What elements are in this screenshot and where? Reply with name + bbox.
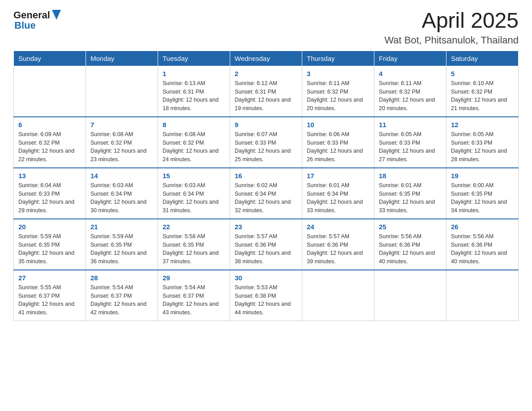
day-info: Sunrise: 6:10 AMSunset: 6:32 PMDaylight:… xyxy=(451,79,514,113)
page-header: General Blue April 2025 Wat Bot, Phitsan… xyxy=(13,9,519,46)
day-info: Sunrise: 6:01 AMSunset: 6:35 PMDaylight:… xyxy=(379,181,442,215)
day-info: Sunrise: 5:54 AMSunset: 6:37 PMDaylight:… xyxy=(163,283,225,317)
calendar-week-row: 6Sunrise: 6:09 AMSunset: 6:32 PMDaylight… xyxy=(14,117,519,168)
day-number: 10 xyxy=(307,121,369,128)
calendar-week-row: 1Sunrise: 6:13 AMSunset: 6:31 PMDaylight… xyxy=(14,66,519,117)
calendar-cell xyxy=(86,66,158,117)
day-number: 2 xyxy=(235,70,297,77)
calendar-cell: 3Sunrise: 6:11 AMSunset: 6:32 PMDaylight… xyxy=(302,66,374,117)
calendar-week-row: 27Sunrise: 5:55 AMSunset: 6:37 PMDayligh… xyxy=(14,270,519,321)
calendar-cell: 25Sunrise: 5:56 AMSunset: 6:36 PMDayligh… xyxy=(374,219,446,270)
calendar-week-row: 20Sunrise: 5:59 AMSunset: 6:35 PMDayligh… xyxy=(14,219,519,270)
day-info: Sunrise: 6:01 AMSunset: 6:34 PMDaylight:… xyxy=(307,181,369,215)
day-info: Sunrise: 6:08 AMSunset: 6:32 PMDaylight:… xyxy=(90,130,153,164)
day-info: Sunrise: 5:57 AMSunset: 6:36 PMDaylight:… xyxy=(235,232,297,266)
day-info: Sunrise: 6:04 AMSunset: 6:33 PMDaylight:… xyxy=(18,181,81,215)
day-info: Sunrise: 6:02 AMSunset: 6:34 PMDaylight:… xyxy=(235,181,297,215)
calendar-cell: 26Sunrise: 5:56 AMSunset: 6:36 PMDayligh… xyxy=(446,219,519,270)
day-info: Sunrise: 5:59 AMSunset: 6:35 PMDaylight:… xyxy=(90,232,153,266)
day-number: 4 xyxy=(379,70,442,77)
day-info: Sunrise: 5:53 AMSunset: 6:38 PMDaylight:… xyxy=(235,283,297,317)
calendar-cell: 5Sunrise: 6:10 AMSunset: 6:32 PMDaylight… xyxy=(446,66,519,117)
day-number: 28 xyxy=(90,274,153,282)
day-info: Sunrise: 6:13 AMSunset: 6:31 PMDaylight:… xyxy=(163,79,225,113)
calendar-week-row: 13Sunrise: 6:04 AMSunset: 6:33 PMDayligh… xyxy=(14,168,519,219)
day-info: Sunrise: 6:03 AMSunset: 6:34 PMDaylight:… xyxy=(163,181,225,215)
calendar-cell: 20Sunrise: 5:59 AMSunset: 6:35 PMDayligh… xyxy=(14,219,86,270)
day-number: 20 xyxy=(18,223,81,231)
day-number: 25 xyxy=(379,223,442,231)
month-year-title: April 2025 xyxy=(384,9,519,33)
calendar-cell: 14Sunrise: 6:03 AMSunset: 6:34 PMDayligh… xyxy=(86,168,158,219)
day-info: Sunrise: 6:07 AMSunset: 6:33 PMDaylight:… xyxy=(235,130,297,164)
day-number: 16 xyxy=(235,172,297,180)
calendar-cell: 19Sunrise: 6:00 AMSunset: 6:35 PMDayligh… xyxy=(446,168,519,219)
calendar-cell: 1Sunrise: 6:13 AMSunset: 6:31 PMDaylight… xyxy=(158,66,230,117)
day-number: 13 xyxy=(18,172,81,180)
calendar-cell: 27Sunrise: 5:55 AMSunset: 6:37 PMDayligh… xyxy=(14,270,86,321)
calendar-cell xyxy=(374,270,446,321)
day-number: 17 xyxy=(307,172,369,180)
calendar-cell: 18Sunrise: 6:01 AMSunset: 6:35 PMDayligh… xyxy=(374,168,446,219)
calendar-cell: 9Sunrise: 6:07 AMSunset: 6:33 PMDaylight… xyxy=(230,117,302,168)
day-info: Sunrise: 6:11 AMSunset: 6:32 PMDaylight:… xyxy=(379,79,442,113)
calendar-cell: 28Sunrise: 5:54 AMSunset: 6:37 PMDayligh… xyxy=(86,270,158,321)
day-number: 6 xyxy=(18,121,81,128)
calendar-cell: 23Sunrise: 5:57 AMSunset: 6:36 PMDayligh… xyxy=(230,219,302,270)
day-info: Sunrise: 5:59 AMSunset: 6:35 PMDaylight:… xyxy=(18,232,81,266)
day-number: 22 xyxy=(163,223,225,231)
day-number: 11 xyxy=(379,121,442,128)
calendar-cell: 16Sunrise: 6:02 AMSunset: 6:34 PMDayligh… xyxy=(230,168,302,219)
calendar-cell xyxy=(14,66,86,117)
weekday-header-friday: Friday xyxy=(374,51,446,66)
weekday-header-thursday: Thursday xyxy=(302,51,374,66)
calendar-cell: 2Sunrise: 6:12 AMSunset: 6:31 PMDaylight… xyxy=(230,66,302,117)
day-number: 23 xyxy=(235,223,297,231)
calendar-cell: 30Sunrise: 5:53 AMSunset: 6:38 PMDayligh… xyxy=(230,270,302,321)
calendar-cell: 15Sunrise: 6:03 AMSunset: 6:34 PMDayligh… xyxy=(158,168,230,219)
calendar-cell: 6Sunrise: 6:09 AMSunset: 6:32 PMDaylight… xyxy=(14,117,86,168)
day-number: 14 xyxy=(90,172,153,180)
day-number: 21 xyxy=(90,223,153,231)
calendar-cell: 29Sunrise: 5:54 AMSunset: 6:37 PMDayligh… xyxy=(158,270,230,321)
calendar-cell: 12Sunrise: 6:05 AMSunset: 6:33 PMDayligh… xyxy=(446,117,519,168)
calendar-cell: 11Sunrise: 6:05 AMSunset: 6:33 PMDayligh… xyxy=(374,117,446,168)
day-number: 1 xyxy=(163,70,225,77)
day-info: Sunrise: 6:12 AMSunset: 6:31 PMDaylight:… xyxy=(235,79,297,113)
day-info: Sunrise: 6:06 AMSunset: 6:33 PMDaylight:… xyxy=(307,130,369,164)
calendar-cell: 8Sunrise: 6:08 AMSunset: 6:32 PMDaylight… xyxy=(158,117,230,168)
day-number: 15 xyxy=(163,172,225,180)
calendar-cell xyxy=(446,270,519,321)
weekday-header-monday: Monday xyxy=(86,51,158,66)
day-info: Sunrise: 6:08 AMSunset: 6:32 PMDaylight:… xyxy=(163,130,225,164)
day-number: 3 xyxy=(307,70,369,77)
calendar-cell: 13Sunrise: 6:04 AMSunset: 6:33 PMDayligh… xyxy=(14,168,86,219)
weekday-header-wednesday: Wednesday xyxy=(230,51,302,66)
day-number: 8 xyxy=(163,121,225,128)
day-info: Sunrise: 6:09 AMSunset: 6:32 PMDaylight:… xyxy=(18,130,81,164)
day-number: 5 xyxy=(451,70,514,77)
day-info: Sunrise: 6:03 AMSunset: 6:34 PMDaylight:… xyxy=(90,181,153,215)
day-number: 24 xyxy=(307,223,369,231)
day-number: 30 xyxy=(235,274,297,282)
calendar-cell: 21Sunrise: 5:59 AMSunset: 6:35 PMDayligh… xyxy=(86,219,158,270)
day-number: 7 xyxy=(90,121,153,128)
day-info: Sunrise: 5:58 AMSunset: 6:35 PMDaylight:… xyxy=(163,232,225,266)
svg-marker-0 xyxy=(52,10,61,20)
logo-blue-text: Blue xyxy=(14,20,36,31)
day-number: 18 xyxy=(379,172,442,180)
day-info: Sunrise: 5:57 AMSunset: 6:36 PMDaylight:… xyxy=(307,232,369,266)
calendar-cell: 10Sunrise: 6:06 AMSunset: 6:33 PMDayligh… xyxy=(302,117,374,168)
calendar-cell xyxy=(302,270,374,321)
calendar-cell: 24Sunrise: 5:57 AMSunset: 6:36 PMDayligh… xyxy=(302,219,374,270)
day-info: Sunrise: 6:00 AMSunset: 6:35 PMDaylight:… xyxy=(451,181,514,215)
calendar-cell: 22Sunrise: 5:58 AMSunset: 6:35 PMDayligh… xyxy=(158,219,230,270)
calendar-cell: 4Sunrise: 6:11 AMSunset: 6:32 PMDaylight… xyxy=(374,66,446,117)
calendar-table: SundayMondayTuesdayWednesdayThursdayFrid… xyxy=(13,51,519,321)
day-number: 19 xyxy=(451,172,514,180)
logo: General Blue xyxy=(13,9,61,31)
location-subtitle: Wat Bot, Phitsanulok, Thailand xyxy=(384,34,519,46)
title-block: April 2025 Wat Bot, Phitsanulok, Thailan… xyxy=(384,9,519,46)
day-info: Sunrise: 6:05 AMSunset: 6:33 PMDaylight:… xyxy=(379,130,442,164)
day-info: Sunrise: 5:56 AMSunset: 6:36 PMDaylight:… xyxy=(451,232,514,266)
